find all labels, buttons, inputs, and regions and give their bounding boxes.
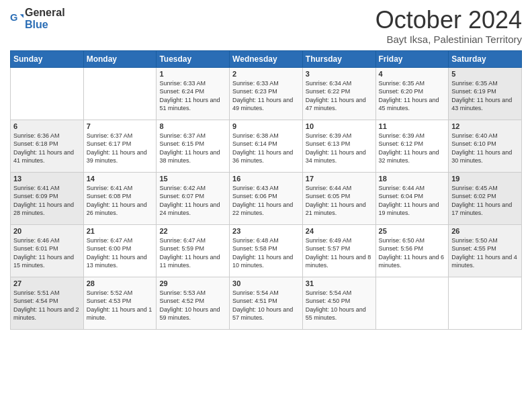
day-info: Sunrise: 5:54 AMSunset: 4:51 PMDaylight:… (232, 289, 293, 322)
calendar-cell: 10Sunrise: 6:39 AMSunset: 6:13 PMDayligh… (302, 120, 375, 172)
day-number: 21 (87, 227, 154, 235)
day-info: Sunrise: 6:40 AMSunset: 6:10 PMDaylight:… (451, 132, 512, 165)
day-info: Sunrise: 6:36 AMSunset: 6:18 PMDaylight:… (13, 132, 74, 165)
day-number: 10 (306, 122, 373, 130)
calendar-cell: 7Sunrise: 6:37 AMSunset: 6:17 PMDaylight… (83, 120, 157, 172)
calendar-cell: 11Sunrise: 6:39 AMSunset: 6:12 PMDayligh… (375, 120, 449, 172)
day-number: 11 (379, 122, 446, 130)
day-number: 13 (13, 175, 81, 183)
logo-icon: G (10, 12, 24, 26)
day-info: Sunrise: 5:53 AMSunset: 4:52 PMDaylight:… (159, 289, 220, 322)
day-number: 16 (232, 175, 300, 183)
day-number: 30 (232, 279, 300, 287)
calendar-cell: 19Sunrise: 6:45 AMSunset: 6:02 PMDayligh… (449, 172, 522, 224)
day-info: Sunrise: 6:34 AMSunset: 6:22 PMDaylight:… (306, 80, 366, 112)
day-number: 31 (306, 279, 373, 287)
calendar-cell: 9Sunrise: 6:38 AMSunset: 6:14 PMDaylight… (230, 120, 303, 172)
title-block: October 2024 Bayt Iksa, Palestinian Terr… (375, 7, 522, 45)
day-number: 22 (159, 227, 226, 235)
calendar-cell: 8Sunrise: 6:37 AMSunset: 6:15 PMDaylight… (157, 120, 230, 172)
day-info: Sunrise: 6:38 AMSunset: 6:14 PMDaylight:… (232, 132, 293, 165)
day-info: Sunrise: 6:48 AMSunset: 5:58 PMDaylight:… (232, 237, 293, 269)
calendar-cell: 2Sunrise: 6:33 AMSunset: 6:23 PMDaylight… (230, 67, 303, 120)
day-number: 28 (87, 279, 154, 287)
calendar-cell: 20Sunrise: 6:46 AMSunset: 6:01 PMDayligh… (11, 224, 84, 277)
calendar-cell: 13Sunrise: 6:41 AMSunset: 6:09 PMDayligh… (11, 172, 84, 224)
day-info: Sunrise: 6:39 AMSunset: 6:12 PMDaylight:… (379, 132, 439, 165)
calendar-cell: 12Sunrise: 6:40 AMSunset: 6:10 PMDayligh… (449, 120, 522, 172)
day-number: 3 (306, 70, 373, 78)
day-info: Sunrise: 5:54 AMSunset: 4:50 PMDaylight:… (306, 289, 366, 322)
day-info: Sunrise: 6:37 AMSunset: 6:15 PMDaylight:… (159, 132, 220, 165)
day-info: Sunrise: 6:43 AMSunset: 6:06 PMDaylight:… (232, 185, 293, 217)
col-saturday: Saturday (449, 50, 522, 67)
day-number: 14 (87, 175, 154, 183)
calendar-cell (375, 277, 449, 329)
header-row: Sunday Monday Tuesday Wednesday Thursday… (11, 50, 522, 67)
col-friday: Friday (375, 50, 449, 67)
day-info: Sunrise: 6:42 AMSunset: 6:07 PMDaylight:… (159, 185, 220, 217)
day-info: Sunrise: 6:39 AMSunset: 6:13 PMDaylight:… (306, 132, 366, 165)
col-wednesday: Wednesday (230, 50, 303, 67)
day-number: 9 (232, 122, 300, 130)
calendar-cell: 16Sunrise: 6:43 AMSunset: 6:06 PMDayligh… (230, 172, 303, 224)
day-info: Sunrise: 6:35 AMSunset: 6:19 PMDaylight:… (451, 80, 512, 112)
calendar-cell: 17Sunrise: 6:44 AMSunset: 6:05 PMDayligh… (302, 172, 375, 224)
day-info: Sunrise: 5:51 AMSunset: 4:54 PMDaylight:… (13, 289, 79, 322)
day-info: Sunrise: 6:50 AMSunset: 5:56 PMDaylight:… (379, 237, 445, 269)
svg-marker-1 (20, 14, 24, 17)
day-number: 2 (232, 70, 300, 78)
location-title: Bayt Iksa, Palestinian Territory (375, 34, 522, 45)
day-info: Sunrise: 5:50 AMSunset: 4:55 PMDaylight:… (451, 237, 517, 269)
calendar-cell: 27Sunrise: 5:51 AMSunset: 4:54 PMDayligh… (11, 277, 84, 329)
calendar-cell: 22Sunrise: 6:47 AMSunset: 5:59 PMDayligh… (157, 224, 230, 277)
day-info: Sunrise: 6:47 AMSunset: 5:59 PMDaylight:… (159, 237, 220, 269)
day-number: 7 (87, 122, 154, 130)
week-row-4: 20Sunrise: 6:46 AMSunset: 6:01 PMDayligh… (11, 224, 522, 277)
day-info: Sunrise: 6:35 AMSunset: 6:20 PMDaylight:… (379, 80, 439, 112)
calendar-cell: 23Sunrise: 6:48 AMSunset: 5:58 PMDayligh… (230, 224, 303, 277)
day-number: 4 (379, 70, 446, 78)
calendar-cell (83, 67, 157, 120)
logo: G General Blue (10, 7, 65, 31)
calendar-cell (449, 277, 522, 329)
month-title: October 2024 (375, 7, 522, 34)
day-number: 15 (159, 175, 226, 183)
day-number: 20 (13, 227, 81, 235)
calendar-cell: 15Sunrise: 6:42 AMSunset: 6:07 PMDayligh… (157, 172, 230, 224)
day-info: Sunrise: 6:41 AMSunset: 6:09 PMDaylight:… (13, 185, 74, 217)
day-number: 26 (451, 227, 519, 235)
day-number: 17 (306, 175, 373, 183)
calendar-table: Sunday Monday Tuesday Wednesday Thursday… (10, 50, 522, 330)
day-info: Sunrise: 6:41 AMSunset: 6:08 PMDaylight:… (87, 185, 147, 217)
col-tuesday: Tuesday (157, 50, 230, 67)
day-number: 27 (13, 279, 81, 287)
day-info: Sunrise: 6:49 AMSunset: 5:57 PMDaylight:… (306, 237, 371, 269)
calendar-cell: 21Sunrise: 6:47 AMSunset: 6:00 PMDayligh… (83, 224, 157, 277)
day-info: Sunrise: 6:46 AMSunset: 6:01 PMDaylight:… (13, 237, 74, 269)
calendar-cell: 24Sunrise: 6:49 AMSunset: 5:57 PMDayligh… (302, 224, 375, 277)
day-number: 29 (159, 279, 226, 287)
day-info: Sunrise: 6:45 AMSunset: 6:02 PMDaylight:… (451, 185, 512, 217)
calendar-cell: 14Sunrise: 6:41 AMSunset: 6:08 PMDayligh… (83, 172, 157, 224)
day-number: 24 (306, 227, 373, 235)
day-number: 18 (379, 175, 446, 183)
week-row-3: 13Sunrise: 6:41 AMSunset: 6:09 PMDayligh… (11, 172, 522, 224)
day-number: 6 (13, 122, 81, 130)
calendar-cell: 3Sunrise: 6:34 AMSunset: 6:22 PMDaylight… (302, 67, 375, 120)
day-info: Sunrise: 6:33 AMSunset: 6:24 PMDaylight:… (159, 80, 220, 112)
header: G General Blue October 2024 Bayt Iksa, P… (10, 7, 522, 45)
week-row-2: 6Sunrise: 6:36 AMSunset: 6:18 PMDaylight… (11, 120, 522, 172)
calendar-cell: 28Sunrise: 5:52 AMSunset: 4:53 PMDayligh… (83, 277, 157, 329)
day-number: 5 (451, 70, 519, 78)
day-number: 12 (451, 122, 519, 130)
day-number: 23 (232, 227, 300, 235)
col-thursday: Thursday (302, 50, 375, 67)
calendar-cell: 30Sunrise: 5:54 AMSunset: 4:51 PMDayligh… (230, 277, 303, 329)
col-monday: Monday (83, 50, 157, 67)
day-info: Sunrise: 6:47 AMSunset: 6:00 PMDaylight:… (87, 237, 147, 269)
day-info: Sunrise: 6:44 AMSunset: 6:04 PMDaylight:… (379, 185, 439, 217)
logo-general: General (25, 7, 65, 18)
calendar-cell: 25Sunrise: 6:50 AMSunset: 5:56 PMDayligh… (375, 224, 449, 277)
calendar-cell (11, 67, 84, 120)
